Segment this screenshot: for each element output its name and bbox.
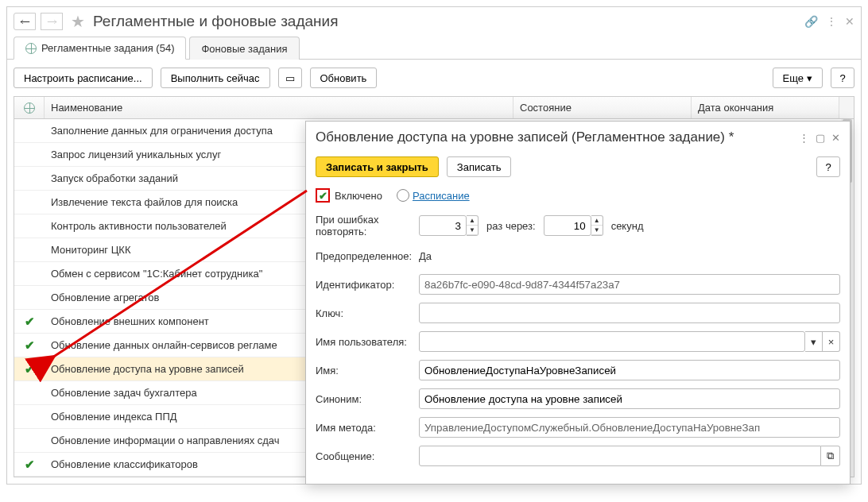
dialog-title: Обновление доступа на уровне записей (Ре… [316,129,792,145]
schedule-link[interactable]: Расписание [413,190,470,202]
method-field [419,417,840,438]
tab-scheduled[interactable]: Регламентные задания (54) [14,37,186,60]
clear-button[interactable]: × [823,331,840,352]
favorite-icon[interactable]: ★ [71,12,85,31]
id-field [419,274,840,295]
schedule-button[interactable]: Настроить расписание... [14,68,153,88]
retry-label: При ошибках повторять: [316,214,419,237]
spin-up-icon[interactable]: ▲ [591,216,603,226]
check-icon: ✔ [25,362,35,376]
syn-field[interactable] [419,388,840,409]
run-now-button[interactable]: Выполнить сейчас [161,68,270,88]
dialog-toolbar: Записать и закрыть Записать ? [306,153,850,185]
retry-count-input[interactable] [419,215,467,236]
titlebar: 🡐 🡒 ★ Регламентные и фоновые задания 🔗 ⋮… [7,7,861,36]
retry-interval-input[interactable] [544,215,591,236]
display-button[interactable]: ▭ [278,68,302,88]
key-label: Ключ: [316,307,419,319]
name-label: Имя: [316,365,419,376]
tab-label: Фоновые задания [201,43,287,55]
tab-background[interactable]: Фоновые задания [189,37,299,60]
id-label: Идентификатор: [316,279,419,291]
key-field[interactable] [419,303,840,323]
close-icon[interactable]: ✕ [831,132,840,144]
check-icon: ✔ [25,315,35,329]
retry-unit-label: секунд [611,220,644,232]
globe-icon [24,102,35,114]
retry-interval-spinner[interactable]: ▲▼ [544,215,603,236]
help-button[interactable]: ? [831,68,854,88]
clock-icon [397,189,409,202]
name-field[interactable] [419,360,840,380]
check-icon: ✔ [25,338,35,353]
save-close-button[interactable]: Записать и закрыть [316,156,439,177]
spin-up-icon[interactable]: ▲ [467,216,478,226]
back-button[interactable]: 🡐 [14,13,36,30]
syn-label: Синоним: [316,393,419,405]
spin-down-icon[interactable]: ▼ [467,226,478,235]
col-end-date[interactable]: Дата окончания [692,97,839,118]
job-dialog: Обновление доступа на уровне записей (Ре… [305,121,851,485]
dialog-titlebar: Обновление доступа на уровне записей (Ре… [306,122,850,153]
dropdown-button[interactable]: ▾ [805,331,823,352]
check-icon: ✔ [25,458,35,472]
msg-label: Сообщение: [316,450,419,462]
table-header: Наименование Состояние Дата окончания [14,97,854,119]
tab-label: Регламентные задания (54) [41,42,174,54]
toolbar: Настроить расписание... Выполнить сейчас… [7,60,861,96]
enabled-checkbox[interactable]: ✔ [316,188,330,203]
help-button[interactable]: ? [816,156,840,177]
predefined-value: Да [419,250,432,262]
retry-mid-label: раз через: [486,220,536,232]
predefined-label: Предопределенное: [316,250,419,262]
user-field[interactable] [419,331,805,352]
col-name[interactable]: Наименование [45,97,513,118]
msg-field[interactable] [419,446,821,466]
tabs: Регламентные задания (54) Фоновые задани… [7,36,861,60]
page-title: Регламентные и фоновые задания [93,13,338,30]
check-icon: ✔ [319,190,327,202]
expand-button[interactable]: ⧉ [821,446,840,466]
refresh-button[interactable]: Обновить [310,68,378,88]
enabled-label: Включено [335,190,382,202]
forward-button[interactable]: 🡒 [41,13,63,30]
close-icon[interactable]: ✕ [845,15,854,28]
globe-icon [25,43,37,54]
link-icon[interactable]: 🔗 [804,15,818,28]
maximize-icon[interactable]: ▢ [816,132,825,144]
more-button[interactable]: Еще▾ [773,68,823,88]
kebab-icon[interactable]: ⋮ [826,15,837,28]
user-label: Имя пользователя: [316,336,419,348]
save-button[interactable]: Записать [447,156,512,177]
kebab-icon[interactable]: ⋮ [799,132,809,144]
retry-count-spinner[interactable]: ▲▼ [419,215,479,236]
method-label: Имя метода: [316,422,419,434]
col-state[interactable]: Состояние [513,97,692,118]
spin-down-icon[interactable]: ▼ [591,226,603,235]
